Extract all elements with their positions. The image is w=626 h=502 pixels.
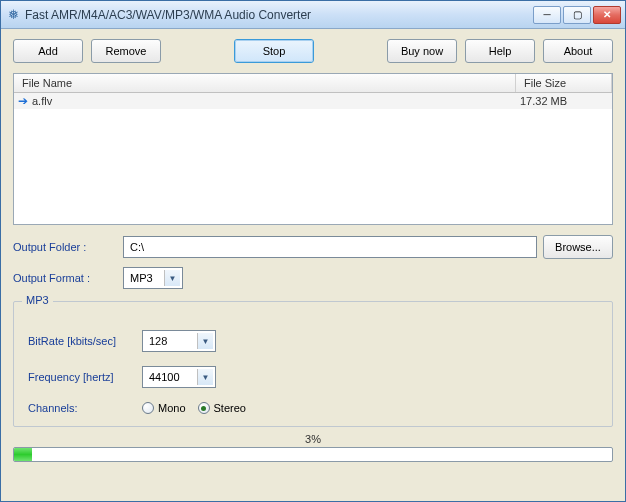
output-format-row: Output Format : MP3 ▼ <box>13 267 613 289</box>
file-list[interactable]: File Name File Size ➔ a.flv 17.32 MB <box>13 73 613 225</box>
mono-label: Mono <box>158 402 186 414</box>
bitrate-value: 128 <box>149 335 167 347</box>
app-window: ❅ Fast AMR/M4A/AC3/WAV/MP3/WMA Audio Con… <box>0 0 626 502</box>
app-icon: ❅ <box>5 7 21 23</box>
browse-button[interactable]: Browse... <box>543 235 613 259</box>
output-folder-label: Output Folder : <box>13 241 117 253</box>
help-button[interactable]: Help <box>465 39 535 63</box>
bitrate-label: BitRate [kbits/sec] <box>28 335 134 347</box>
frequency-value: 44100 <box>149 371 180 383</box>
column-filename[interactable]: File Name <box>14 74 516 92</box>
about-button[interactable]: About <box>543 39 613 63</box>
window-controls: ─ ▢ ✕ <box>533 6 621 24</box>
chevron-down-icon: ▼ <box>164 270 180 286</box>
channels-radio-group: Mono Stereo <box>142 402 246 414</box>
remove-button[interactable]: Remove <box>91 39 161 63</box>
titlebar[interactable]: ❅ Fast AMR/M4A/AC3/WAV/MP3/WMA Audio Con… <box>1 1 625 29</box>
progress-area: 3% <box>13 433 613 462</box>
buy-now-button[interactable]: Buy now <box>387 39 457 63</box>
bitrate-row: BitRate [kbits/sec] 128 ▼ <box>28 330 598 352</box>
minimize-button[interactable]: ─ <box>533 6 561 24</box>
chevron-down-icon: ▼ <box>197 369 213 385</box>
frequency-select[interactable]: 44100 ▼ <box>142 366 216 388</box>
frequency-row: Frequency [hertz] 44100 ▼ <box>28 366 598 388</box>
stop-button[interactable]: Stop <box>234 39 314 63</box>
content-area: Add Remove Stop Buy now Help About File … <box>1 29 625 501</box>
row-filesize: 17.32 MB <box>516 93 612 109</box>
radio-icon <box>198 402 210 414</box>
maximize-button[interactable]: ▢ <box>563 6 591 24</box>
channels-label: Channels: <box>28 402 134 414</box>
progress-bar <box>13 447 613 462</box>
window-title: Fast AMR/M4A/AC3/WAV/MP3/WMA Audio Conve… <box>25 8 533 22</box>
close-button[interactable]: ✕ <box>593 6 621 24</box>
bitrate-select[interactable]: 128 ▼ <box>142 330 216 352</box>
progress-fill <box>14 448 32 461</box>
mono-radio[interactable]: Mono <box>142 402 186 414</box>
format-settings-group: MP3 BitRate [kbits/sec] 128 ▼ Frequency … <box>13 301 613 427</box>
stereo-label: Stereo <box>214 402 246 414</box>
row-filename-cell: ➔ a.flv <box>14 93 516 109</box>
arrow-right-icon: ➔ <box>18 95 28 107</box>
channels-row: Channels: Mono Stereo <box>28 402 598 414</box>
frequency-label: Frequency [hertz] <box>28 371 134 383</box>
progress-text: 3% <box>13 433 613 445</box>
list-body: ➔ a.flv 17.32 MB <box>14 93 612 224</box>
output-format-value: MP3 <box>130 272 153 284</box>
output-format-label: Output Format : <box>13 272 117 284</box>
toolbar: Add Remove Stop Buy now Help About <box>13 39 613 63</box>
add-button[interactable]: Add <box>13 39 83 63</box>
column-filesize[interactable]: File Size <box>516 74 612 92</box>
radio-icon <box>142 402 154 414</box>
list-row[interactable]: ➔ a.flv 17.32 MB <box>14 93 612 109</box>
row-filename: a.flv <box>32 95 52 107</box>
output-format-select[interactable]: MP3 ▼ <box>123 267 183 289</box>
group-legend: MP3 <box>22 294 53 306</box>
chevron-down-icon: ▼ <box>197 333 213 349</box>
output-folder-input[interactable] <box>123 236 537 258</box>
stereo-radio[interactable]: Stereo <box>198 402 246 414</box>
list-header: File Name File Size <box>14 74 612 93</box>
output-folder-row: Output Folder : Browse... <box>13 235 613 259</box>
